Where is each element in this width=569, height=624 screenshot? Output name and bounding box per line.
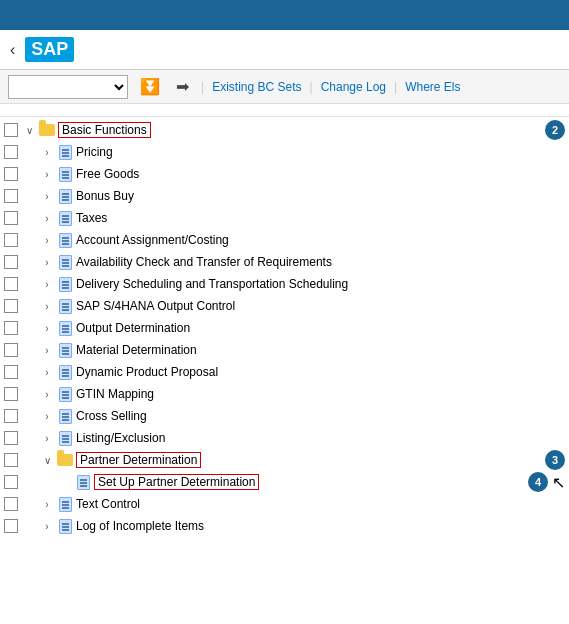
row-label: Dynamic Product Proposal (76, 365, 565, 379)
row-checkbox[interactable] (4, 387, 18, 401)
row-checkbox[interactable] (4, 431, 18, 445)
tree-container: ∨Basic Functions2›Pricing›Free Goods›Bon… (0, 119, 569, 537)
row-label: Delivery Scheduling and Transportation S… (76, 277, 565, 291)
expand-icon[interactable]: › (40, 169, 54, 180)
row-checkbox[interactable] (4, 233, 18, 247)
step-badge: 2 (545, 120, 565, 140)
row-label: GTIN Mapping (76, 387, 565, 401)
row-checkbox[interactable] (4, 475, 18, 489)
tree-row[interactable]: ∨Partner Determination3 (0, 449, 569, 471)
toolbar-separator-2: | (310, 80, 313, 94)
document-icon (56, 166, 74, 182)
row-checkbox[interactable] (4, 519, 18, 533)
expand-icon[interactable]: ∨ (40, 455, 54, 466)
expand-icon[interactable]: › (40, 411, 54, 422)
row-checkbox[interactable] (4, 409, 18, 423)
row-label: Listing/Exclusion (76, 431, 565, 445)
document-icon (56, 276, 74, 292)
row-checkbox[interactable] (4, 211, 18, 225)
tree-row[interactable]: ›SAP S/4HANA Output Control (0, 295, 569, 317)
row-label: Partner Determination (76, 452, 541, 468)
highlighted-label: Set Up Partner Determination (94, 474, 259, 490)
row-label: Bonus Buy (76, 189, 565, 203)
row-checkbox[interactable] (4, 189, 18, 203)
toolbar-separator-3: | (394, 80, 397, 94)
expand-icon[interactable]: › (40, 279, 54, 290)
expand-icon[interactable]: › (40, 213, 54, 224)
row-checkbox[interactable] (4, 123, 18, 137)
highlighted-label: Partner Determination (76, 452, 201, 468)
expand-icon[interactable]: › (40, 323, 54, 334)
row-label: Free Goods (76, 167, 565, 181)
tree-row[interactable]: ›Output Determination (0, 317, 569, 339)
row-label: Availability Check and Transfer of Requi… (76, 255, 565, 269)
tree-row[interactable]: Set Up Partner Determination4↖ (0, 471, 569, 493)
row-label: Material Determination (76, 343, 565, 357)
document-icon (56, 364, 74, 380)
expand-icon[interactable]: › (40, 235, 54, 246)
document-icon (56, 298, 74, 314)
row-checkbox[interactable] (4, 255, 18, 269)
sap-logo-text: SAP (25, 37, 74, 62)
tree-row[interactable]: ›Dynamic Product Proposal (0, 361, 569, 383)
row-label: Taxes (76, 211, 565, 225)
expand-icon[interactable]: › (40, 499, 54, 510)
tree-row[interactable]: ›Taxes (0, 207, 569, 229)
folder-icon (56, 452, 74, 468)
expand-icon[interactable]: ∨ (22, 125, 36, 136)
document-icon (56, 320, 74, 336)
tree-row[interactable]: ∨Basic Functions2 (0, 119, 569, 141)
step-badge: 4 (528, 472, 548, 492)
arrow-right-button[interactable]: ➡ (172, 75, 193, 98)
highlighted-label: Basic Functions (58, 122, 151, 138)
change-log-link[interactable]: Change Log (321, 80, 386, 94)
row-checkbox[interactable] (4, 365, 18, 379)
toolbar: ⏬ ➡ | Existing BC Sets | Change Log | Wh… (0, 70, 569, 104)
expand-icon[interactable]: › (40, 521, 54, 532)
tree-row[interactable]: ›Cross Selling (0, 405, 569, 427)
document-icon (74, 474, 92, 490)
expand-icon[interactable]: › (40, 191, 54, 202)
expand-icon[interactable]: › (40, 367, 54, 378)
row-checkbox[interactable] (4, 299, 18, 313)
tree-row[interactable]: ›Text Control (0, 493, 569, 515)
where-els-link[interactable]: Where Els (405, 80, 460, 94)
expand-icon[interactable]: › (40, 433, 54, 444)
step-badge: 3 (545, 450, 565, 470)
row-checkbox[interactable] (4, 321, 18, 335)
expand-icon[interactable]: › (40, 257, 54, 268)
folder-icon (38, 122, 56, 138)
tree-row[interactable]: ›Availability Check and Transfer of Requ… (0, 251, 569, 273)
existing-bc-sets-link[interactable]: Existing BC Sets (212, 80, 301, 94)
tree-row[interactable]: ›GTIN Mapping (0, 383, 569, 405)
tree-row[interactable]: ›Pricing (0, 141, 569, 163)
row-checkbox[interactable] (4, 167, 18, 181)
document-icon (56, 188, 74, 204)
tree-row[interactable]: ›Account Assignment/Costing (0, 229, 569, 251)
menu-bar (0, 0, 569, 30)
toolbar-select[interactable] (8, 75, 128, 99)
row-checkbox[interactable] (4, 277, 18, 291)
tree-row[interactable]: ›Listing/Exclusion (0, 427, 569, 449)
expand-icon[interactable]: › (40, 147, 54, 158)
back-button[interactable]: ‹ (10, 41, 15, 59)
document-icon (56, 408, 74, 424)
double-arrow-button[interactable]: ⏬ (136, 75, 164, 98)
row-checkbox[interactable] (4, 145, 18, 159)
tree-row[interactable]: ›Bonus Buy (0, 185, 569, 207)
document-icon (56, 254, 74, 270)
document-icon (56, 430, 74, 446)
row-label: Cross Selling (76, 409, 565, 423)
row-checkbox[interactable] (4, 497, 18, 511)
expand-icon[interactable]: › (40, 301, 54, 312)
tree-row[interactable]: ›Free Goods (0, 163, 569, 185)
tree-row[interactable]: ›Delivery Scheduling and Transportation … (0, 273, 569, 295)
row-checkbox[interactable] (4, 453, 18, 467)
row-checkbox[interactable] (4, 343, 18, 357)
tree-row[interactable]: ›Material Determination (0, 339, 569, 361)
tree-row[interactable]: ›Log of Incomplete Items (0, 515, 569, 537)
expand-icon[interactable]: › (40, 345, 54, 356)
row-label: SAP S/4HANA Output Control (76, 299, 565, 313)
expand-icon[interactable]: › (40, 389, 54, 400)
row-label: Pricing (76, 145, 565, 159)
